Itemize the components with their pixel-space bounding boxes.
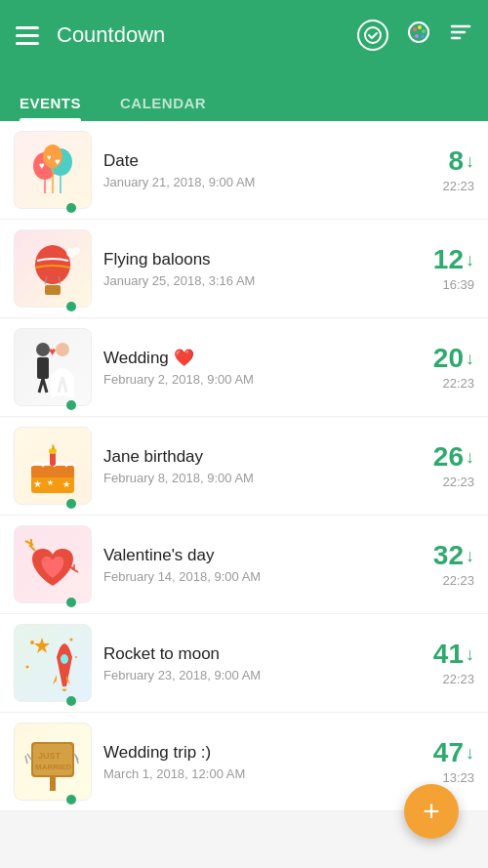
countdown-time: 22:23 — [406, 475, 474, 489]
event-info: Date January 21, 2018, 9:00 AM — [92, 151, 406, 189]
svg-point-0 — [365, 27, 381, 43]
svg-marker-47 — [34, 638, 50, 653]
sort-icon[interactable] — [449, 21, 472, 50]
svg-text:♥: ♥ — [49, 345, 56, 358]
countdown-days: 20↓ — [406, 345, 474, 372]
event-status-dot — [66, 400, 76, 410]
svg-text:★: ★ — [62, 479, 70, 489]
tab-bar: EVENTS CALENDAR — [0, 70, 488, 121]
svg-text:★: ★ — [47, 478, 54, 487]
event-date: January 25, 2018, 3:16 AM — [103, 273, 394, 288]
event-countdown: 32↓ 22:23 — [406, 542, 474, 588]
event-thumbnail: ★ ★ ★ — [14, 427, 92, 505]
svg-line-57 — [76, 756, 78, 764]
svg-point-43 — [30, 641, 34, 644]
event-date: February 14, 2018, 9:00 AM — [103, 569, 394, 584]
event-name: Flying baloons — [103, 250, 394, 269]
svg-point-3 — [418, 25, 422, 29]
event-thumbnail — [14, 525, 92, 603]
event-countdown: 26↓ 22:23 — [406, 443, 474, 489]
event-status-dot — [66, 302, 76, 311]
event-date: January 21, 2018, 9:00 AM — [103, 175, 394, 189]
event-info: Wedding trip :) March 1, 2018, 12:00 AM — [92, 743, 406, 781]
svg-text:★: ★ — [33, 478, 42, 489]
svg-line-55 — [25, 756, 27, 764]
svg-rect-53 — [50, 777, 56, 791]
check-icon[interactable] — [357, 20, 388, 51]
event-status-dot — [66, 696, 76, 706]
add-event-button[interactable]: + — [404, 784, 459, 839]
event-status-dot — [66, 499, 76, 509]
event-status-dot — [66, 203, 76, 213]
svg-point-22 — [36, 343, 50, 356]
event-thumbnail: ♥ ♥ ♥ — [14, 131, 92, 209]
countdown-time: 22:23 — [406, 376, 474, 391]
svg-text:♥: ♥ — [55, 156, 61, 167]
event-thumbnail — [14, 624, 92, 702]
event-countdown: 20↓ 22:23 — [406, 345, 474, 391]
event-thumbnail: ♥ — [14, 328, 92, 406]
app-header: Countdown — [0, 0, 488, 70]
svg-point-4 — [422, 29, 426, 33]
svg-point-48 — [61, 654, 68, 664]
list-item[interactable]: Valentine's day February 14, 2018, 9:00 … — [0, 516, 488, 614]
event-name: Wedding ❤️ — [103, 348, 394, 368]
event-date: March 1, 2018, 12:00 AM — [103, 766, 394, 781]
event-date: February 23, 2018, 9:00 AM — [103, 668, 394, 682]
event-countdown: 41↓ 22:23 — [406, 641, 474, 686]
event-name: Date — [103, 151, 394, 171]
countdown-time: 22:23 — [406, 573, 474, 588]
svg-point-2 — [413, 27, 417, 31]
svg-text:JUST: JUST — [38, 751, 61, 761]
countdown-days: 32↓ — [406, 542, 474, 569]
event-date: February 8, 2018, 9:00 AM — [103, 471, 394, 485]
list-item[interactable]: Flying baloons January 25, 2018, 3:16 AM… — [0, 220, 488, 318]
svg-point-5 — [421, 34, 425, 38]
countdown-days: 26↓ — [406, 443, 474, 471]
palette-icon[interactable] — [406, 20, 431, 51]
svg-rect-17 — [45, 285, 61, 295]
tab-events[interactable]: EVENTS — [20, 95, 81, 121]
svg-point-26 — [56, 343, 69, 356]
event-status-dot — [66, 598, 76, 607]
tab-calendar[interactable]: CALENDAR — [120, 95, 206, 121]
svg-rect-23 — [37, 357, 49, 379]
event-thumbnail: JUST MARRIED — [14, 723, 92, 801]
header-right — [357, 20, 472, 51]
list-item[interactable]: ♥ Wedding ❤️ February 2, 2018, 9:00 AM 2… — [0, 318, 488, 417]
svg-rect-31 — [31, 466, 74, 477]
countdown-time: 16:39 — [406, 277, 474, 292]
svg-rect-32 — [50, 452, 56, 466]
menu-icon[interactable] — [16, 26, 39, 45]
svg-point-6 — [415, 34, 419, 38]
list-item[interactable]: ♥ ♥ ♥ Date January 21, 2018, 9:00 AM 8↓ … — [0, 121, 488, 220]
countdown-days: 8↓ — [406, 147, 474, 175]
event-name: Wedding trip :) — [103, 743, 394, 763]
countdown-days: 47↓ — [406, 739, 474, 766]
event-date: February 2, 2018, 9:00 AM — [103, 372, 394, 387]
event-info: Wedding ❤️ February 2, 2018, 9:00 AM — [92, 348, 406, 387]
svg-point-44 — [70, 639, 73, 641]
event-status-dot — [66, 795, 76, 805]
svg-line-25 — [43, 379, 47, 393]
list-item[interactable]: Rocket to moon February 23, 2018, 9:00 A… — [0, 614, 488, 713]
countdown-days: 12↓ — [406, 246, 474, 273]
event-thumbnail — [14, 229, 92, 308]
event-info: Jane birthday February 8, 2018, 9:00 AM — [92, 447, 406, 485]
svg-point-45 — [75, 656, 77, 658]
svg-text:MARRIED: MARRIED — [35, 763, 72, 771]
event-name: Rocket to moon — [103, 644, 394, 664]
header-left: Countdown — [16, 22, 165, 48]
event-name: Jane birthday — [103, 447, 394, 467]
event-name: Valentine's day — [103, 546, 394, 565]
countdown-days: 41↓ — [406, 641, 474, 668]
svg-text:♥: ♥ — [47, 153, 52, 162]
svg-text:♥: ♥ — [39, 160, 45, 171]
app-title: Countdown — [57, 22, 165, 48]
svg-point-21 — [72, 247, 80, 255]
event-info: Valentine's day February 14, 2018, 9:00 … — [92, 546, 406, 584]
countdown-time: 22:23 — [406, 179, 474, 193]
countdown-time: 22:23 — [406, 672, 474, 686]
list-item[interactable]: ★ ★ ★ Jane birthday February 8, 2018, 9:… — [0, 417, 488, 516]
events-list: ♥ ♥ ♥ Date January 21, 2018, 9:00 AM 8↓ … — [0, 121, 488, 811]
